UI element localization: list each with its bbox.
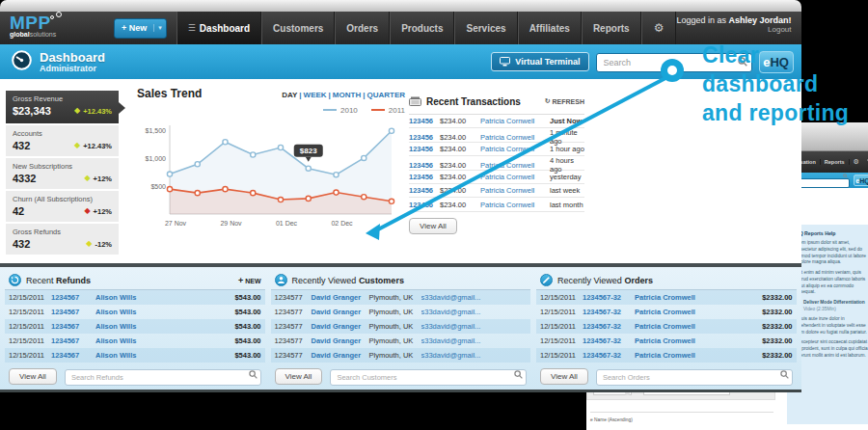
transaction-row[interactable]: 123456$234.00Patricia Cornwellyesterday (409, 171, 584, 184)
table-row[interactable]: 12/15/20111234567-32Patricia Cromwell$23… (536, 334, 797, 348)
customer-email-link[interactable]: s33david@gmail... (421, 351, 528, 360)
transaction-id-link[interactable]: 123456 (409, 145, 440, 153)
transaction-id-link[interactable]: 123456 (409, 133, 440, 142)
customer-name-link[interactable]: David Granger (312, 308, 369, 316)
data-point-2011[interactable] (362, 195, 366, 200)
view-all-button[interactable]: View All (275, 368, 323, 385)
data-point-2011[interactable] (334, 190, 339, 195)
order-customer-link[interactable]: Patricia Cromwell (635, 322, 696, 331)
transaction-customer-link[interactable]: Patricia Cornwell (480, 161, 550, 170)
refund-id-link[interactable]: 1234567 (51, 351, 95, 360)
sidebar-stat-gross-refunds[interactable]: Gross Refunds432◆-12% (6, 224, 119, 256)
refund-customer-link[interactable]: Alison Wills (95, 322, 153, 331)
data-point-2010[interactable] (306, 166, 311, 171)
table-row[interactable]: 12/15/20111234567Alison Wills$543.00 (5, 348, 265, 363)
transaction-customer-link[interactable]: Patricia Cornwell (480, 201, 550, 209)
sidebar-stat-accounts[interactable]: Accounts432◆+12.43% (6, 125, 119, 158)
nav-tab-reports[interactable]: Reports (582, 12, 641, 44)
period-option-week[interactable]: WEEK (304, 91, 327, 99)
key-icon[interactable] (863, 158, 868, 166)
nav-tab-dashboard[interactable]: ☰Dashboard (176, 12, 261, 44)
table-row[interactable]: 12/15/20111234567-32Patricia Cromwell$23… (536, 319, 797, 334)
view-all-button[interactable]: View All (409, 218, 457, 234)
customer-name-link[interactable]: David Granger (312, 293, 369, 302)
order-id-link[interactable]: 1234567-32 (583, 351, 635, 360)
data-point-2010[interactable] (278, 145, 283, 149)
data-point-2011[interactable] (223, 187, 228, 192)
refund-id-link[interactable]: 1234567 (51, 308, 95, 316)
transaction-customer-link[interactable]: Patricia Cornwell (480, 133, 550, 142)
data-point-2011[interactable] (306, 196, 311, 201)
period-option-day[interactable]: DAY (282, 91, 297, 99)
transaction-row[interactable]: 123456$234.00Patricia Cornwell1 hour ago (409, 143, 584, 156)
data-point-2011[interactable] (278, 197, 283, 202)
transaction-customer-link[interactable]: Patricia Cornwell (480, 117, 550, 125)
order-customer-link[interactable]: Patricia Cromwell (635, 336, 696, 345)
refund-customer-link[interactable]: Alison Wills (95, 293, 153, 302)
table-row[interactable]: 1234577David GrangerPlymouth, UKs33david… (271, 348, 531, 363)
order-customer-link[interactable]: Patricia Cromwell (635, 293, 696, 302)
refunds-search-input[interactable] (65, 369, 261, 386)
table-row[interactable]: 1234577David GrangerPlymouth, UKs33david… (271, 290, 531, 305)
view-all-button[interactable]: View All (9, 368, 57, 385)
gear-icon[interactable]: ⚙ (850, 158, 863, 166)
transaction-customer-link[interactable]: Patricia Cornwell (480, 173, 550, 181)
customer-name-link[interactable]: David Granger (312, 351, 369, 360)
customers-search-input[interactable] (330, 369, 527, 386)
nav-tab-customers[interactable]: Customers (261, 12, 335, 44)
order-id-link[interactable]: 1234567-32 (583, 293, 635, 302)
refund-customer-link[interactable]: Alison Wills (95, 308, 153, 316)
sidebar-stat-new-subscriptions[interactable]: New Subscriptions4332◆+12% (6, 158, 119, 191)
customer-name-link[interactable]: David Granger (312, 322, 369, 331)
table-row[interactable]: 12/15/20111234567Alison Wills$543.00 (5, 319, 265, 334)
data-point-2010[interactable] (167, 172, 172, 176)
table-row[interactable]: 12/15/20111234567Alison Wills$543.00 (5, 290, 265, 305)
transaction-id-link[interactable]: 123456 (409, 173, 440, 181)
period-option-month[interactable]: MONTH (333, 91, 361, 99)
virtual-terminal-button[interactable]: Virtual Terminal (491, 52, 588, 71)
transaction-row[interactable]: 123456$234.00Patricia Cornwell4 hours ag… (409, 156, 584, 170)
refund-customer-link[interactable]: Alison Wills (95, 351, 153, 360)
customer-email-link[interactable]: s33david@gmail... (421, 293, 528, 302)
orders-search-input[interactable] (596, 369, 793, 386)
transaction-row[interactable]: 123456$234.00Patricia Cornwelllast week (409, 184, 584, 198)
transaction-customer-link[interactable]: Patricia Cornwell (480, 186, 550, 195)
nav-tab-services[interactable]: Services (454, 12, 517, 44)
refund-id-link[interactable]: 1234567 (51, 293, 95, 302)
logout-link[interactable]: Logout (676, 25, 791, 34)
nav-tab-products[interactable]: Products (390, 12, 454, 44)
data-point-2011[interactable] (251, 191, 256, 196)
table-row[interactable]: 1234577David GrangerPlymouth, UKs33david… (271, 319, 531, 334)
table-row[interactable]: 12/15/20111234567-32Patricia Cromwell$23… (536, 348, 797, 363)
new-refund-button[interactable]: + NEW (238, 276, 261, 285)
order-id-link[interactable]: 1234567-32 (583, 322, 635, 331)
data-point-2010[interactable] (389, 128, 393, 133)
data-point-2010[interactable] (223, 140, 228, 145)
order-customer-link[interactable]: Patricia Cromwell (635, 351, 696, 360)
chevron-down-icon[interactable]: ▾ (153, 24, 166, 32)
new-button[interactable]: + New ▾ (114, 18, 167, 39)
transaction-customer-link[interactable]: Patricia Cornwell (480, 145, 550, 153)
refund-id-link[interactable]: 1234567 (51, 336, 95, 345)
transaction-row[interactable]: 123456$234.00Patricia Cornwelllast month (409, 198, 584, 211)
data-point-2010[interactable] (362, 155, 366, 160)
transaction-id-link[interactable]: 123456 (409, 161, 440, 170)
order-id-link[interactable]: 1234567-32 (583, 336, 635, 345)
data-point-2011[interactable] (167, 187, 172, 192)
back-nav-tab-reports[interactable]: Reports (821, 159, 850, 165)
transaction-id-link[interactable]: 123456 (409, 186, 440, 195)
sidebar-stat-churn-all-subscriptions[interactable]: Churn (All Subscriptions)42◆+12% (6, 191, 119, 224)
table-row[interactable]: 1234577David GrangerPlymouth, UKs33david… (271, 305, 531, 319)
help-video-link[interactable]: ▶ Deliver Mode Differentiation Video (2:… (793, 300, 868, 312)
refresh-button[interactable]: ↻REFRESH (545, 97, 584, 105)
nav-tab-orders[interactable]: Orders (335, 12, 390, 44)
transaction-id-link[interactable]: 123456 (409, 117, 440, 125)
gear-icon[interactable]: ⚙ (641, 12, 677, 44)
order-customer-link[interactable]: Patricia Cromwell (635, 308, 696, 316)
nav-tab-affiliates[interactable]: Affiliates (518, 12, 582, 44)
table-row[interactable]: 12/15/20111234567-32Patricia Cromwell$23… (536, 305, 797, 319)
table-row[interactable]: 12/15/20111234567-32Patricia Cromwell$23… (536, 290, 797, 305)
customer-name-link[interactable]: David Granger (312, 336, 369, 345)
data-point-2011[interactable] (389, 199, 393, 203)
customer-email-link[interactable]: s33david@gmail... (421, 308, 528, 316)
